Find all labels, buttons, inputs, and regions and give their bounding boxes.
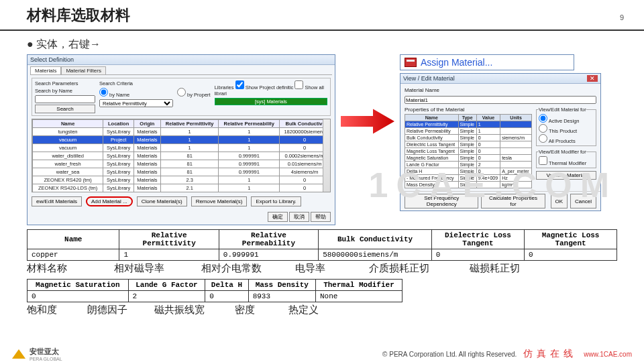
panel-row: Select Definition Materials Material Fil… (27, 54, 624, 225)
summary-table-1: NameRelative PermittivityRelative Permea… (27, 229, 617, 261)
property-table[interactable]: NameTypeValueUnits Relative Permittivity… (405, 114, 532, 188)
thermal-modifier-check[interactable]: Thermal Modifier (539, 160, 586, 166)
slide-content: ● 实体，右键→ 1CAE.COM Select Definition Mate… (0, 31, 644, 316)
material-name-row: Material Name (405, 87, 596, 93)
view-edit-material-dialog: View / Edit Material✕ Material Name Prop… (400, 73, 601, 211)
material-grid[interactable]: NameLocationOriginRelative PermittivityR… (32, 119, 330, 192)
select-def-okrow: 确定 取消 帮助 (28, 209, 335, 225)
view-modifier-for-box: View/Edit Modifier for Thermal Modifier (536, 149, 596, 168)
slide-footer: 安世亚太 PERA GLOBAL © PERA Corporation Ltd.… (0, 346, 644, 362)
ok-button[interactable]: 确定 (268, 212, 288, 222)
footer-logo: 安世亚太 PERA GLOBAL (12, 347, 62, 361)
add-material-button[interactable]: Add Material ... (86, 196, 133, 206)
set-freq-dep-button[interactable]: Set Frequency Dependency (405, 194, 478, 208)
view-edit-title: View / Edit Material✕ (400, 74, 600, 84)
search-row: Search Parameters Search by Name Search … (32, 78, 331, 116)
tab-materials[interactable]: Materials (30, 66, 61, 74)
cn-labels-1: 材料名称相对磁导率相对介电常数电导率介质损耗正切磁损耗正切 (27, 262, 624, 275)
search-criteria-label: Search Criteria (99, 80, 173, 86)
calc-props-button[interactable]: Calculate Properties for (481, 194, 545, 208)
validate-material-button[interactable]: Validate Material (536, 171, 596, 180)
logo-triangle-icon (12, 349, 25, 359)
assign-material-label: Assign Material... (421, 57, 492, 68)
ve-cancel-button[interactable]: Cancel (570, 194, 596, 208)
cn-labels-2: 饱和度朗德因子磁共振线宽密度热定义 (27, 304, 624, 316)
page-title: 材料库选取材料 (27, 5, 130, 25)
by-name-radio[interactable]: by Name (99, 88, 173, 98)
show-all-check[interactable] (294, 80, 303, 89)
view-edit-materials-button[interactable]: ew/Edit Materials (32, 196, 82, 206)
view-edit-right-panel: View/Edit Material for Active Design Thi… (536, 107, 596, 188)
view-edit-body: Properties of the Material NameTypeValue… (400, 104, 600, 191)
props-label: Properties of the Material (405, 107, 532, 113)
export-to-library-button[interactable]: Export to Library. (251, 196, 301, 206)
assign-material-menu-item[interactable]: Assign Material... (400, 54, 574, 70)
all-products-radio[interactable]: All Products (539, 138, 576, 144)
footer-sub: PERA GLOBAL (30, 357, 62, 361)
select-def-button-row: ew/Edit Materials Add Material ... Clone… (32, 196, 331, 206)
svg-marker-0 (341, 109, 394, 134)
ve-ok-button[interactable]: OK (551, 194, 568, 208)
footer-watermark: 仿真在线 (523, 348, 577, 360)
this-product-radio[interactable]: This Product (539, 128, 577, 134)
select-def-tabs: Materials Material Filters (30, 66, 332, 75)
tab-material-filters[interactable]: Material Filters (61, 66, 105, 74)
close-icon[interactable]: ✕ (587, 75, 598, 82)
select-definition-dialog: Select Definition Materials Material Fil… (27, 54, 335, 225)
view-edit-bottom-row: Set Frequency Dependency Calculate Prope… (400, 191, 600, 210)
rel-perm-select[interactable]: Relative Permittivity (99, 99, 173, 107)
remove-material-button[interactable]: Remove Material(s) (191, 196, 248, 206)
footer-brand: 安世亚太 (30, 347, 62, 357)
slide-header: 材料库选取材料 9 (0, 0, 644, 31)
bullet-text: ● 实体，右键→ (27, 38, 624, 52)
material-grid-wrap: NameLocationOriginRelative PermittivityR… (32, 119, 331, 192)
footer-url: www.1CAE.com (584, 351, 632, 358)
material-name-input[interactable] (405, 96, 596, 104)
search-button[interactable]: Search (35, 105, 95, 113)
material-name-label: Material Name (405, 87, 439, 93)
right-column: Assign Material... View / Edit Material✕… (400, 54, 601, 211)
help-button[interactable]: 帮助 (311, 212, 331, 222)
arrow-icon (341, 108, 394, 135)
show-project-check[interactable] (235, 80, 244, 89)
footer-copyright: © PERA Corporation Ltd. All rights Reser… (382, 351, 517, 358)
by-property-radio[interactable]: by Propert (177, 88, 211, 98)
summary-table-2: Magnetic SaturationLande G FactorDelta H… (27, 279, 402, 302)
search-params-label: Search Parameters (35, 80, 95, 86)
assign-material-icon (405, 58, 417, 67)
view-material-for-box: View/Edit Material for Active Design Thi… (536, 107, 596, 146)
libraries-label: Libraries (215, 84, 234, 90)
select-def-body: Search Parameters Search by Name Search … (28, 75, 335, 209)
page-number: 9 (620, 13, 624, 21)
cancel-button[interactable]: 取消 (289, 212, 309, 222)
select-def-title: Select Definition (28, 55, 335, 65)
sys-materials-button[interactable]: [sys] Materials (215, 98, 327, 105)
search-name-input[interactable] (35, 95, 95, 103)
clone-material-button[interactable]: Clone Material(s) (137, 196, 187, 206)
search-by-name-label: Search by Name (35, 88, 95, 94)
active-design-radio[interactable]: Active Design (539, 118, 580, 124)
